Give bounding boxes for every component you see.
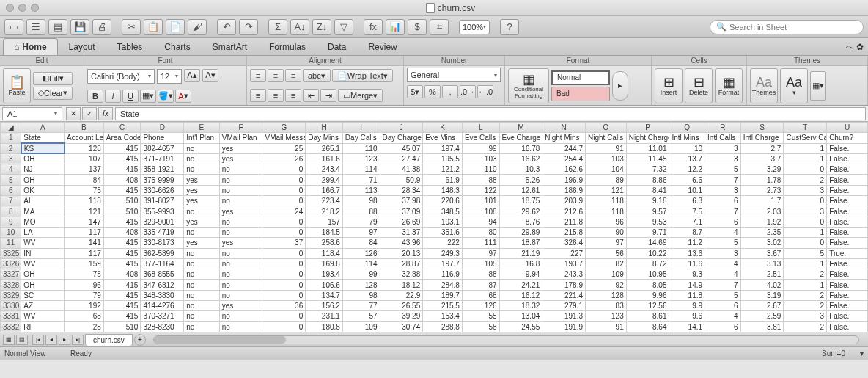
cell[interactable]: Intl Charge [740, 133, 784, 143]
col-header-M[interactable]: M [499, 123, 542, 133]
cell[interactable]: OK [21, 185, 65, 195]
cell[interactable]: 415 [103, 238, 141, 248]
cell[interactable]: 39.29 [380, 311, 423, 321]
cell[interactable]: 223.4 [306, 196, 343, 206]
cell[interactable]: 104 [586, 164, 627, 175]
cell[interactable]: 37.09 [380, 206, 423, 217]
cell[interactable]: 128 [65, 143, 104, 153]
cell[interactable]: 71 [342, 175, 380, 185]
insert-button[interactable]: ⊞Insert [655, 68, 683, 103]
cell[interactable]: 6.3 [669, 196, 705, 206]
cell[interactable]: 83 [586, 301, 627, 311]
cell[interactable]: 355-9993 [141, 206, 184, 217]
cell[interactable]: 288.8 [423, 321, 463, 332]
cell[interactable]: Night Mins [542, 133, 586, 143]
cell[interactable]: 1 [784, 153, 827, 164]
col-header-L[interactable]: L [462, 123, 499, 133]
cell[interactable]: 348-3830 [141, 290, 184, 300]
cell[interactable]: yes [184, 217, 220, 227]
cell[interactable]: 99 [462, 143, 499, 153]
cell[interactable]: 191.9 [542, 321, 586, 332]
cell[interactable]: 2 [784, 175, 827, 185]
cell[interactable]: WV [21, 258, 65, 269]
cell[interactable]: 20.13 [380, 248, 423, 258]
cell[interactable]: no [219, 217, 262, 227]
font-size-combo[interactable]: 12▾ [157, 69, 182, 84]
cell[interactable]: 7.5 [669, 206, 705, 217]
first-sheet-icon[interactable]: |◂ [32, 335, 44, 345]
wrap-text-button[interactable]: 📄 Wrap Text ▾ [332, 69, 393, 82]
cell[interactable]: no [219, 311, 262, 321]
cell[interactable]: WV [21, 311, 65, 321]
cell[interactable]: 68 [462, 290, 499, 300]
cell[interactable]: 128 [586, 290, 627, 300]
cell[interactable]: 415 [103, 143, 141, 153]
cell[interactable]: 50.9 [380, 175, 423, 185]
cell[interactable]: 78 [65, 269, 104, 280]
cell[interactable]: 0 [784, 164, 827, 175]
cell[interactable]: 8.76 [499, 217, 542, 227]
cell[interactable]: MA [21, 206, 65, 217]
cell[interactable]: False. [827, 238, 868, 248]
open-folder-icon[interactable]: ▤ [48, 19, 67, 35]
align-bottom-icon[interactable]: ≡ [285, 69, 301, 82]
cell[interactable]: 121 [586, 185, 627, 195]
tab-formulas[interactable]: Formulas [258, 38, 317, 55]
cell[interactable]: 3 [705, 248, 741, 258]
cell[interactable]: 415 [103, 248, 141, 258]
themes-button[interactable]: AaThemes [750, 68, 778, 103]
cell[interactable]: 14.1 [669, 321, 705, 332]
cell[interactable]: 103 [586, 153, 627, 164]
fill-color-button[interactable]: 🪣▾ [158, 90, 174, 103]
cell[interactable]: 347-6812 [141, 280, 184, 290]
cell[interactable]: 103 [462, 153, 499, 164]
fx-button[interactable]: fx [98, 107, 113, 120]
col-header-Q[interactable]: Q [669, 123, 705, 133]
cell[interactable]: 91 [586, 321, 627, 332]
cell[interactable]: 11.2 [669, 238, 705, 248]
cell[interactable]: 121 [65, 206, 104, 217]
cell[interactable]: 9.9 [669, 301, 705, 311]
col-header-T[interactable]: T [784, 123, 827, 133]
cell[interactable]: Night Charge [626, 133, 669, 143]
cell[interactable]: 408 [103, 227, 141, 237]
cell[interactable]: 415 [103, 185, 141, 195]
cell[interactable]: 408 [103, 175, 141, 185]
cell[interactable]: False. [827, 164, 868, 175]
cell[interactable]: 8.86 [626, 175, 669, 185]
cell[interactable]: no [219, 196, 262, 206]
settings-icon[interactable]: ✿ [856, 42, 864, 52]
cell[interactable]: 29.89 [499, 227, 542, 237]
row-header[interactable]: 8 [1, 206, 21, 217]
cell[interactable]: 96 [65, 280, 104, 290]
cell[interactable]: Night Calls [586, 133, 627, 143]
zoom-combo[interactable]: 100%▾ [459, 20, 490, 34]
cell[interactable]: 6.6 [669, 175, 705, 185]
cell[interactable]: 28.34 [380, 185, 423, 195]
cell[interactable]: 10.3 [499, 164, 542, 175]
row-header[interactable]: 11 [1, 238, 21, 248]
fill-button[interactable]: ◧ Fill ▾ [33, 72, 73, 85]
cell[interactable]: 16.78 [499, 143, 542, 153]
italic-button[interactable]: I [105, 90, 121, 103]
cell[interactable]: 6 [705, 301, 741, 311]
cell[interactable]: 510 [103, 206, 141, 217]
horizontal-scrollbar[interactable] [153, 335, 859, 344]
cell[interactable]: 103.1 [423, 217, 463, 227]
cell[interactable]: 87 [462, 280, 499, 290]
cell[interactable]: 0 [262, 175, 306, 185]
cell[interactable]: 13.7 [669, 153, 705, 164]
cell[interactable]: 4 [705, 311, 741, 321]
cell[interactable]: 370-3271 [141, 311, 184, 321]
cell[interactable]: 3 [705, 143, 741, 153]
cell[interactable]: 6 [705, 321, 741, 332]
status-dropdown-icon[interactable]: ▾ [860, 349, 864, 357]
cell[interactable]: 11.45 [626, 153, 669, 164]
cell[interactable]: 26.69 [380, 217, 423, 227]
cell[interactable]: 191.3 [542, 311, 586, 321]
cell[interactable]: no [219, 164, 262, 175]
col-header-O[interactable]: O [586, 123, 627, 133]
col-header-G[interactable]: G [262, 123, 306, 133]
spreadsheet-grid[interactable]: ◢ABCDEFGHIJKLMNOPQRSTU1StateAccount Leng… [0, 122, 868, 332]
prev-sheet-icon[interactable]: ◂ [45, 335, 57, 345]
